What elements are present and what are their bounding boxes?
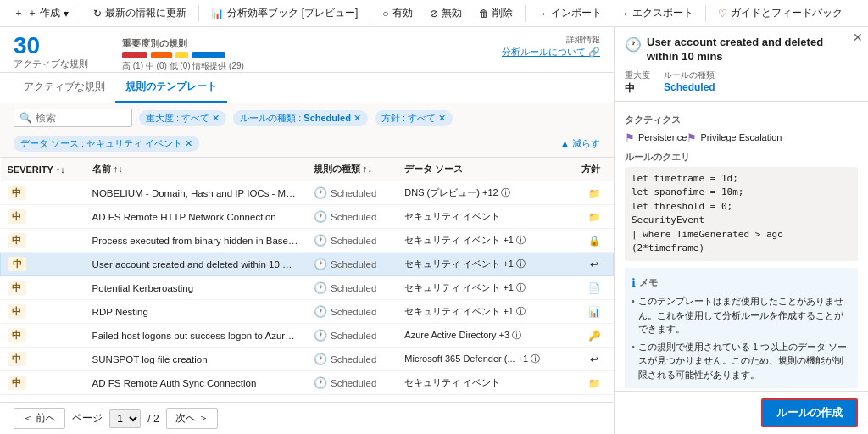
- cell-severity: 中: [1, 253, 86, 276]
- chip-close-icon3: ✕: [438, 113, 446, 124]
- guide-button[interactable]: ♡ ガイドとフィードバック: [711, 3, 849, 24]
- severity-med-bar: [151, 52, 172, 58]
- col-rule-type[interactable]: 規則の種類 ↑↓: [307, 158, 398, 181]
- cell-severity: 中: [1, 371, 86, 395]
- info-icon: ℹ: [632, 275, 636, 292]
- next-button[interactable]: 次へ ＞: [166, 408, 218, 429]
- severity-high-bar: [122, 52, 147, 58]
- col-name[interactable]: 名前 ↑↓: [86, 158, 307, 181]
- cell-name: User account created and deleted within …: [86, 253, 307, 276]
- active-rules-stat: 30 アクティブな規則: [14, 34, 88, 70]
- severity-badge: 中: [8, 352, 26, 366]
- cell-name: SUNSPOT log file creation: [86, 348, 307, 371]
- clock-icon: 🕐: [625, 36, 642, 53]
- create-chevron-icon: ▾: [64, 8, 69, 19]
- table-row[interactable]: 中 NOBELIUM - Domain, Hash and IP IOCs - …: [1, 181, 614, 205]
- collapse-button[interactable]: ▲ 減らす: [560, 137, 600, 150]
- clock-icon: 🕐: [314, 281, 327, 294]
- enable-button[interactable]: ○ 有効: [376, 3, 419, 24]
- create-icon: ＋: [14, 6, 24, 20]
- prev-button[interactable]: ＜ 前へ: [14, 408, 65, 429]
- table-row[interactable]: 中 Potential Kerberoasting 🕐 Scheduled セキ…: [1, 276, 614, 300]
- table-row[interactable]: 中 User account created and deleted withi…: [1, 253, 614, 276]
- datasource-filter-chip[interactable]: データ ソース : セキュリティ イベント ✕: [14, 136, 199, 152]
- delete-button[interactable]: 🗑 削除: [472, 3, 520, 24]
- severity-badge: 中: [8, 257, 26, 271]
- export-button[interactable]: → エクスポート: [612, 3, 700, 24]
- query-box: let timeframe = 1d; let spanofime = 10m;…: [625, 167, 858, 261]
- severity-badge: 中: [8, 328, 26, 342]
- col-datasource: データ ソース: [398, 158, 575, 181]
- cell-name: Failed host logons but success logon to …: [86, 324, 307, 348]
- refresh-icon: ↻: [93, 8, 102, 19]
- right-meta: 重大度 中 ルールの種類 Scheduled: [625, 70, 858, 96]
- detail-link[interactable]: 分析ルールについて 🔗: [502, 47, 600, 57]
- col-severity[interactable]: SEVERITY ↑↓: [1, 158, 86, 181]
- cell-datasource: セキュリティ イベント +1 ⓘ: [398, 253, 575, 276]
- rule-type-filter-chip[interactable]: ルールの種類 : Scheduled ✕: [233, 110, 368, 126]
- disable-icon: ⊘: [430, 8, 438, 19]
- tab-active-rules[interactable]: アクティブな規則: [14, 73, 115, 103]
- create-button[interactable]: ＋ ＋ 作成 ▾: [7, 3, 75, 24]
- tab-rule-templates[interactable]: 規則のテンプレート: [115, 73, 227, 103]
- cell-severity: 中: [1, 181, 86, 205]
- cell-rule-type: 🕐 Scheduled: [307, 300, 398, 324]
- right-header: 🕐 User account created and deleted withi…: [615, 27, 868, 102]
- clock-icon: 🕐: [314, 353, 327, 365]
- cell-name: NOBELIUM - Domain, Hash and IP IOCs - Ma…: [86, 181, 307, 205]
- delete-icon: 🗑: [479, 8, 489, 19]
- table-row[interactable]: 中 SUNSPOT log file creation 🕐 Scheduled …: [1, 348, 614, 371]
- cell-datasource: セキュリティ イベント +1 ⓘ: [398, 276, 575, 300]
- severity-box: 重要度別の規則 高 (1) 中 (0) 低 (0) 情報提供 (29): [122, 34, 244, 72]
- severity-badge: 中: [8, 186, 26, 200]
- direction-filter-chip[interactable]: 方針 : すべて ✕: [375, 110, 453, 126]
- chip-close-icon2: ✕: [353, 113, 361, 124]
- tactic-icon: ⚑: [625, 131, 635, 144]
- refresh-button[interactable]: ↻ 最新の情報に更新: [86, 3, 193, 24]
- cell-rule-type: 🕐 Scheduled: [307, 253, 398, 276]
- book-button[interactable]: 📊 分析効率ブック [プレビュー]: [204, 3, 364, 24]
- separator4: [525, 5, 526, 22]
- search-box[interactable]: 🔍: [14, 108, 132, 127]
- severity-bars: [122, 52, 244, 58]
- separator3: [370, 5, 370, 22]
- disable-button[interactable]: ⊘ 無効: [423, 3, 469, 24]
- close-icon[interactable]: ✕: [853, 31, 863, 44]
- table-row[interactable]: 中 Process executed from binary hidden in…: [1, 229, 614, 253]
- create-rule-button[interactable]: ルールの作成: [761, 398, 858, 427]
- clock-icon: 🕐: [314, 210, 327, 223]
- col-direction: 方針: [575, 158, 613, 181]
- cell-datasource: セキュリティ イベント +1 ⓘ: [398, 229, 575, 253]
- severity-filter-chip[interactable]: 重大度 : すべて ✕: [139, 110, 226, 126]
- right-footer: ルールの作成: [615, 391, 868, 434]
- severity-labels: 高 (1) 中 (0) 低 (0) 情報提供 (29): [122, 60, 244, 72]
- table-row[interactable]: 中 RDP Nesting 🕐 Scheduled セキュリティ イベント +1…: [1, 300, 614, 324]
- pagination: ＜ 前へ ページ 1 2 / 2 次へ ＞: [0, 402, 614, 434]
- tabs-bar: アクティブな規則 規則のテンプレート: [0, 73, 614, 103]
- right-panel-title: User account created and deleted within …: [647, 36, 844, 64]
- memo-item: •この規則で使用されている 1 つ以上のデータ ソースが見つかりません。このため…: [632, 340, 851, 382]
- cell-direction: 🔒: [575, 229, 613, 253]
- tactics-title: タクティクス: [625, 114, 858, 126]
- left-panel: 30 アクティブな規則 重要度別の規則 高 (1) 中 (0) 低 (0) 情報…: [0, 27, 614, 434]
- cell-direction: 📁: [575, 371, 613, 395]
- cell-severity: 中: [1, 300, 86, 324]
- table-row[interactable]: 中 AD FS Remote Auth Sync Connection 🕐 Sc…: [1, 371, 614, 395]
- search-input[interactable]: [36, 112, 129, 124]
- severity-info-bar: [192, 52, 225, 58]
- page-select[interactable]: 1 2: [109, 409, 141, 428]
- cell-severity: 中: [1, 324, 86, 348]
- tactic-item: ⚑Persistence: [625, 131, 687, 144]
- table-row[interactable]: 中 AD FS Remote HTTP Network Connection 🕐…: [1, 205, 614, 229]
- meta-rule-type: ルールの種類 Scheduled: [664, 70, 715, 96]
- import-button[interactable]: → インポート: [531, 3, 609, 24]
- search-icon: 🔍: [19, 112, 32, 124]
- cell-severity: 中: [1, 276, 86, 300]
- cell-name: Process executed from binary hidden in B…: [86, 229, 307, 253]
- tactics-list: ⚑Persistence⚑Privilege Escalation: [625, 130, 858, 146]
- cell-datasource: セキュリティ イベント: [398, 371, 575, 395]
- cell-severity: 中: [1, 205, 86, 229]
- table-row[interactable]: 中 Failed host logons but success logon t…: [1, 324, 614, 348]
- export-icon: →: [619, 8, 629, 19]
- cell-rule-type: 🕐 Scheduled: [307, 348, 398, 371]
